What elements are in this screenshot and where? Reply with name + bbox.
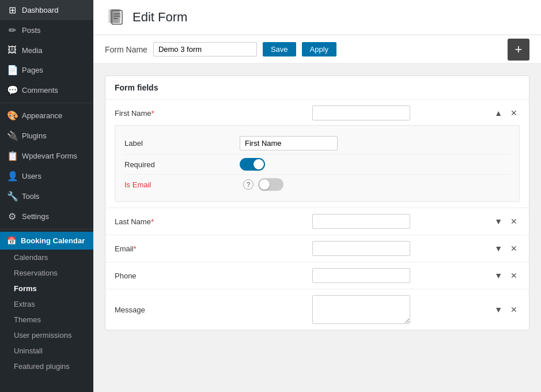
- page-icon: [105, 7, 126, 28]
- field-actions-phone: ▼ ✕: [492, 270, 520, 281]
- field-row-header-email: Email* ▼ ✕: [115, 241, 520, 256]
- field-input-email[interactable]: [312, 241, 410, 256]
- field-label-last-name: Last Name*: [115, 217, 230, 226]
- field-row-email: Email* ▼ ✕: [105, 235, 529, 262]
- booking-calendar-icon: 📅: [7, 236, 16, 245]
- remove-phone-button[interactable]: ✕: [508, 270, 520, 281]
- appearance-icon: 🎨: [7, 110, 17, 121]
- field-row-phone: Phone ▼ ✕: [105, 262, 529, 289]
- sidebar-item-pages[interactable]: 📄 Pages: [0, 60, 93, 80]
- field-actions-last-name: ▼ ✕: [492, 216, 520, 227]
- sidebar-item-label: Media: [22, 46, 42, 55]
- expand-first-name-button[interactable]: ▲: [492, 108, 505, 118]
- field-label-email: Email*: [115, 244, 230, 253]
- sidebar-item-dashboard[interactable]: ⊞ Dashboard: [0, 0, 93, 20]
- sidebar-item-comments[interactable]: 💬 Comments: [0, 80, 93, 100]
- sidebar-item-media[interactable]: 🖼 Media: [0, 40, 93, 60]
- booking-calendar-label: Booking Calendar: [21, 236, 85, 245]
- settings-icon: ⚙: [7, 211, 17, 222]
- is-email-toggle-wrap: ?: [240, 178, 283, 191]
- expand-last-name-button[interactable]: ▼: [492, 216, 505, 227]
- sidebar-submenu-featured-plugins[interactable]: Featured plugins: [0, 359, 93, 374]
- is-email-help-icon[interactable]: ?: [243, 179, 254, 190]
- sidebar-item-appearance[interactable]: 🎨 Appearance: [0, 105, 93, 126]
- expand-message-button[interactable]: ▼: [492, 304, 505, 315]
- field-details-first-name: Label Required Is Email: [115, 125, 520, 202]
- form-name-bar: Form Name Save Apply +: [93, 35, 541, 64]
- sidebar-submenu-reservations[interactable]: Reservations: [0, 265, 93, 281]
- expand-phone-button[interactable]: ▼: [492, 270, 505, 281]
- sidebar-submenu-forms[interactable]: Forms: [0, 281, 93, 296]
- save-button[interactable]: Save: [263, 42, 296, 56]
- field-row-first-name: First Name* ▲ ✕ Label Required: [105, 100, 529, 208]
- field-label-first-name: First Name*: [115, 109, 230, 118]
- field-actions-email: ▼ ✕: [492, 243, 520, 254]
- sidebar-item-label: Users: [22, 172, 41, 180]
- sidebar: ⊞ Dashboard ✏ Posts 🖼 Media 📄 Pages 💬 Co…: [0, 0, 93, 392]
- sidebar-item-wpdevart-forms[interactable]: 📋 Wpdevart Forms: [0, 146, 93, 166]
- form-fields-section: Form fields First Name* ▲ ✕ Label: [105, 76, 529, 330]
- is-email-toggle[interactable]: [258, 178, 283, 191]
- add-field-button[interactable]: +: [508, 39, 529, 61]
- required-marker-2: *: [151, 217, 154, 226]
- remove-message-button[interactable]: ✕: [508, 304, 520, 315]
- field-row-header-phone: Phone ▼ ✕: [115, 268, 520, 283]
- field-label-phone: Phone: [115, 272, 230, 280]
- page-header: Edit Form: [93, 0, 541, 35]
- dashboard-icon: ⊞: [7, 5, 17, 16]
- add-icon: +: [515, 42, 523, 57]
- field-textarea-message[interactable]: [312, 295, 410, 324]
- required-toggle[interactable]: [240, 158, 265, 171]
- remove-email-button[interactable]: ✕: [508, 243, 520, 254]
- sidebar-submenu-extras[interactable]: Extras: [0, 296, 93, 312]
- required-toggle-wrap: [240, 158, 265, 171]
- apply-button[interactable]: Apply: [302, 42, 337, 56]
- sidebar-item-tools[interactable]: 🔧 Tools: [0, 186, 93, 206]
- field-input-phone[interactable]: [312, 268, 410, 283]
- divider-2: [0, 229, 93, 229]
- comments-icon: 💬: [7, 85, 17, 96]
- required-toggle-slider: [240, 158, 265, 171]
- sidebar-item-label: Appearance: [22, 111, 62, 120]
- field-actions-first-name: ▲ ✕: [492, 108, 520, 118]
- form-name-input[interactable]: [153, 42, 257, 56]
- pages-icon: 📄: [7, 65, 17, 76]
- sidebar-item-booking-calendar[interactable]: 📅 Booking Calendar: [0, 232, 93, 250]
- divider-1: [0, 103, 93, 103]
- sidebar-item-users[interactable]: 👤 Users: [0, 166, 93, 186]
- field-row-last-name: Last Name* ▼ ✕: [105, 208, 529, 235]
- sidebar-item-label: Wpdevart Forms: [22, 152, 77, 160]
- sidebar-submenu-themes[interactable]: Themes: [0, 312, 93, 327]
- sidebar-item-settings[interactable]: ⚙ Settings: [0, 206, 93, 227]
- sidebar-item-posts[interactable]: ✏ Posts: [0, 20, 93, 40]
- users-icon: 👤: [7, 171, 17, 182]
- field-actions-message: ▼ ✕: [492, 304, 520, 315]
- sidebar-item-label: Dashboard: [22, 6, 59, 14]
- detail-row-is-email: Is Email ?: [124, 175, 510, 194]
- field-input-first-name[interactable]: [312, 105, 410, 120]
- sidebar-submenu-calendars[interactable]: Calendars: [0, 250, 93, 265]
- sidebar-item-label: Plugins: [22, 131, 47, 140]
- sidebar-item-label: Posts: [22, 26, 41, 35]
- detail-row-required: Required: [124, 154, 510, 175]
- sidebar-submenu-user-permissions[interactable]: User permissions: [0, 327, 93, 343]
- field-input-last-name[interactable]: [312, 214, 410, 229]
- field-row-message: Message ▼ ✕: [105, 289, 529, 330]
- form-name-label: Form Name: [105, 45, 147, 54]
- remove-first-name-button[interactable]: ✕: [508, 108, 520, 118]
- sidebar-submenu-uninstall[interactable]: Uninstall: [0, 343, 93, 359]
- sidebar-item-label: Pages: [22, 66, 43, 74]
- required-marker: *: [152, 109, 154, 118]
- detail-label-input[interactable]: [240, 136, 338, 150]
- main-content: Edit Form Form Name Save Apply + Form fi…: [93, 0, 541, 392]
- field-row-header-message: Message ▼ ✕: [115, 295, 520, 324]
- remove-last-name-button[interactable]: ✕: [508, 216, 520, 227]
- detail-required-key: Required: [124, 160, 240, 169]
- expand-email-button[interactable]: ▼: [492, 243, 505, 254]
- field-label-message: Message: [115, 306, 230, 314]
- detail-is-email-key: Is Email: [124, 180, 240, 189]
- tools-icon: 🔧: [7, 191, 17, 202]
- sidebar-item-plugins[interactable]: 🔌 Plugins: [0, 126, 93, 146]
- page-title: Edit Form: [133, 10, 187, 25]
- form-fields-header: Form fields: [105, 76, 529, 100]
